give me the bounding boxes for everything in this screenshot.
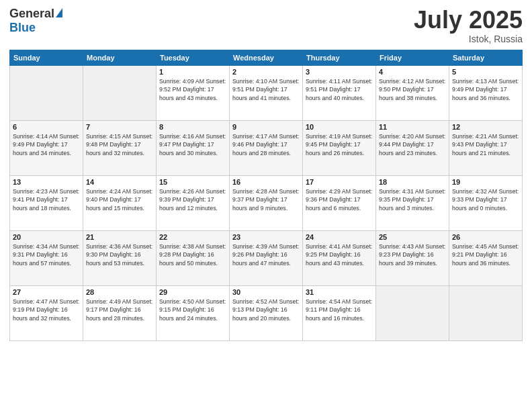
col-wednesday: Wednesday (230, 50, 303, 65)
table-row: 25Sunrise: 4:43 AM Sunset: 9:23 PM Dayli… (376, 230, 449, 285)
day-number: 11 (379, 123, 446, 131)
logo-triangle-icon (56, 8, 62, 17)
table-row: 21Sunrise: 4:36 AM Sunset: 9:30 PM Dayli… (83, 230, 157, 285)
day-number: 8 (159, 123, 226, 131)
day-number: 26 (452, 233, 519, 241)
day-number: 6 (13, 123, 80, 131)
month-title: July 2025 (414, 7, 523, 34)
day-detail: Sunrise: 4:17 AM Sunset: 9:46 PM Dayligh… (232, 132, 300, 158)
table-row: 13Sunrise: 4:23 AM Sunset: 9:41 PM Dayli… (10, 175, 83, 230)
day-number: 4 (379, 68, 446, 76)
table-row: 31Sunrise: 4:54 AM Sunset: 9:11 PM Dayli… (303, 285, 376, 340)
calendar-week-3: 13Sunrise: 4:23 AM Sunset: 9:41 PM Dayli… (10, 175, 523, 230)
day-detail: Sunrise: 4:41 AM Sunset: 9:25 PM Dayligh… (306, 242, 373, 268)
day-detail: Sunrise: 4:21 AM Sunset: 9:43 PM Dayligh… (452, 132, 519, 158)
day-detail: Sunrise: 4:11 AM Sunset: 9:51 PM Dayligh… (306, 77, 373, 103)
day-detail: Sunrise: 4:34 AM Sunset: 9:31 PM Dayligh… (13, 242, 80, 268)
header-row: Sunday Monday Tuesday Wednesday Thursday… (10, 50, 523, 65)
day-detail: Sunrise: 4:24 AM Sunset: 9:40 PM Dayligh… (86, 187, 153, 213)
day-number: 14 (86, 178, 153, 186)
day-detail: Sunrise: 4:31 AM Sunset: 9:35 PM Dayligh… (379, 187, 446, 213)
location: Istok, Russia (414, 34, 523, 44)
day-number: 19 (452, 178, 519, 186)
calendar-week-1: 1Sunrise: 4:09 AM Sunset: 9:52 PM Daylig… (10, 65, 523, 120)
day-number: 25 (379, 233, 446, 241)
day-detail: Sunrise: 4:16 AM Sunset: 9:47 PM Dayligh… (159, 132, 226, 158)
table-row: 5Sunrise: 4:13 AM Sunset: 9:49 PM Daylig… (449, 65, 523, 120)
day-detail: Sunrise: 4:26 AM Sunset: 9:39 PM Dayligh… (159, 187, 226, 213)
day-detail: Sunrise: 4:38 AM Sunset: 9:28 PM Dayligh… (159, 242, 226, 268)
day-number: 12 (452, 123, 519, 131)
day-detail: Sunrise: 4:19 AM Sunset: 9:45 PM Dayligh… (306, 132, 373, 158)
table-row: 11Sunrise: 4:20 AM Sunset: 9:44 PM Dayli… (376, 120, 449, 175)
day-detail: Sunrise: 4:36 AM Sunset: 9:30 PM Dayligh… (86, 242, 153, 268)
header: General Blue July 2025 Istok, Russia (9, 7, 523, 44)
day-number: 22 (159, 233, 226, 241)
table-row (449, 285, 523, 340)
table-row (10, 65, 83, 120)
table-row: 28Sunrise: 4:49 AM Sunset: 9:17 PM Dayli… (83, 285, 157, 340)
day-number: 29 (159, 288, 226, 296)
table-row: 1Sunrise: 4:09 AM Sunset: 9:52 PM Daylig… (157, 65, 230, 120)
table-row: 30Sunrise: 4:52 AM Sunset: 9:13 PM Dayli… (230, 285, 303, 340)
day-number: 16 (232, 178, 300, 186)
day-number: 10 (306, 123, 373, 131)
logo: General Blue (9, 7, 62, 35)
table-row: 12Sunrise: 4:21 AM Sunset: 9:43 PM Dayli… (449, 120, 523, 175)
day-detail: Sunrise: 4:13 AM Sunset: 9:49 PM Dayligh… (452, 77, 519, 103)
logo-blue: Blue (9, 21, 36, 35)
day-number: 21 (86, 233, 153, 241)
day-number: 24 (306, 233, 373, 241)
day-number: 18 (379, 178, 446, 186)
day-number: 5 (452, 68, 519, 76)
page: General Blue July 2025 Istok, Russia Sun… (0, 0, 532, 411)
day-detail: Sunrise: 4:20 AM Sunset: 9:44 PM Dayligh… (379, 132, 446, 158)
day-number: 31 (306, 288, 373, 296)
table-row: 22Sunrise: 4:38 AM Sunset: 9:28 PM Dayli… (157, 230, 230, 285)
table-row: 27Sunrise: 4:47 AM Sunset: 9:19 PM Dayli… (10, 285, 83, 340)
day-number: 9 (232, 123, 300, 131)
table-row: 24Sunrise: 4:41 AM Sunset: 9:25 PM Dayli… (303, 230, 376, 285)
logo-general: General (9, 7, 54, 21)
day-detail: Sunrise: 4:23 AM Sunset: 9:41 PM Dayligh… (13, 187, 80, 213)
day-detail: Sunrise: 4:45 AM Sunset: 9:21 PM Dayligh… (452, 242, 519, 268)
table-row: 26Sunrise: 4:45 AM Sunset: 9:21 PM Dayli… (449, 230, 523, 285)
day-number: 20 (13, 233, 80, 241)
table-row: 7Sunrise: 4:15 AM Sunset: 9:48 PM Daylig… (83, 120, 157, 175)
day-number: 3 (306, 68, 373, 76)
table-row: 10Sunrise: 4:19 AM Sunset: 9:45 PM Dayli… (303, 120, 376, 175)
table-row: 20Sunrise: 4:34 AM Sunset: 9:31 PM Dayli… (10, 230, 83, 285)
day-detail: Sunrise: 4:15 AM Sunset: 9:48 PM Dayligh… (86, 132, 153, 158)
day-detail: Sunrise: 4:29 AM Sunset: 9:36 PM Dayligh… (306, 187, 373, 213)
calendar-week-2: 6Sunrise: 4:14 AM Sunset: 9:49 PM Daylig… (10, 120, 523, 175)
table-row: 6Sunrise: 4:14 AM Sunset: 9:49 PM Daylig… (10, 120, 83, 175)
col-friday: Friday (376, 50, 449, 65)
table-row: 23Sunrise: 4:39 AM Sunset: 9:26 PM Dayli… (230, 230, 303, 285)
day-detail: Sunrise: 4:10 AM Sunset: 9:51 PM Dayligh… (232, 77, 300, 103)
table-row: 18Sunrise: 4:31 AM Sunset: 9:35 PM Dayli… (376, 175, 449, 230)
calendar-week-5: 27Sunrise: 4:47 AM Sunset: 9:19 PM Dayli… (10, 285, 523, 340)
calendar-week-4: 20Sunrise: 4:34 AM Sunset: 9:31 PM Dayli… (10, 230, 523, 285)
col-saturday: Saturday (449, 50, 523, 65)
day-number: 2 (232, 68, 300, 76)
title-section: July 2025 Istok, Russia (414, 7, 523, 44)
day-detail: Sunrise: 4:09 AM Sunset: 9:52 PM Dayligh… (159, 77, 226, 103)
col-sunday: Sunday (10, 50, 83, 65)
day-number: 13 (13, 178, 80, 186)
table-row: 17Sunrise: 4:29 AM Sunset: 9:36 PM Dayli… (303, 175, 376, 230)
logo-text: General (9, 7, 62, 21)
day-detail: Sunrise: 4:14 AM Sunset: 9:49 PM Dayligh… (13, 132, 80, 158)
table-row: 14Sunrise: 4:24 AM Sunset: 9:40 PM Dayli… (83, 175, 157, 230)
table-row (83, 65, 157, 120)
calendar: Sunday Monday Tuesday Wednesday Thursday… (9, 50, 523, 341)
table-row: 2Sunrise: 4:10 AM Sunset: 9:51 PM Daylig… (230, 65, 303, 120)
day-detail: Sunrise: 4:12 AM Sunset: 9:50 PM Dayligh… (379, 77, 446, 103)
day-number: 27 (13, 288, 80, 296)
col-tuesday: Tuesday (157, 50, 230, 65)
table-row: 8Sunrise: 4:16 AM Sunset: 9:47 PM Daylig… (157, 120, 230, 175)
day-detail: Sunrise: 4:39 AM Sunset: 9:26 PM Dayligh… (232, 242, 300, 268)
table-row: 19Sunrise: 4:32 AM Sunset: 9:33 PM Dayli… (449, 175, 523, 230)
day-number: 28 (86, 288, 153, 296)
day-number: 17 (306, 178, 373, 186)
col-thursday: Thursday (303, 50, 376, 65)
